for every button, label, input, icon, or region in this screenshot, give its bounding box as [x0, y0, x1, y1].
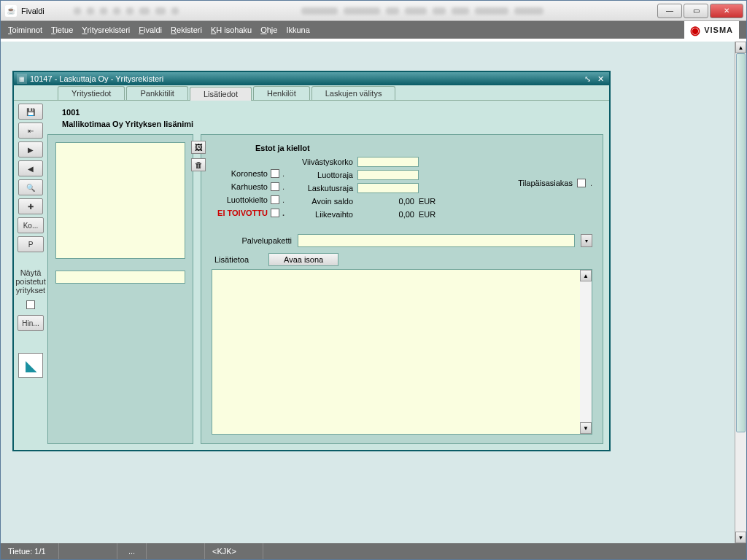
textarea-scrollbar[interactable]: ▲ ▼ — [580, 270, 592, 434]
palvelupaketti-row: Palvelupaketti ▾ — [212, 234, 592, 247]
palvelupaketti-input[interactable] — [298, 234, 575, 247]
inner-restore-icon[interactable]: ⤡ — [581, 74, 593, 84]
item-list[interactable] — [55, 142, 185, 259]
list-name-input[interactable] — [55, 271, 185, 284]
tab-yritystiedot[interactable]: Yritystiedot — [58, 86, 125, 100]
section-estot-kiellot: Estot ja kiellot — [212, 144, 592, 152]
content-area: 1001 Mallikotimaa Oy Yrityksen lisänimi … — [47, 101, 609, 450]
workspace-vscroll[interactable]: ▲ ▼ — [735, 42, 746, 543]
left-toolbar: 💾 ⇤ ▶ ◀ 🔍 ✚ Ko... P Näytä poistetut yrit… — [14, 101, 47, 450]
tab-pankkitilit[interactable]: Pankkitilit — [126, 86, 187, 100]
palvelupaketti-dropdown-icon[interactable]: ▾ — [581, 234, 592, 247]
menu-fivaldi[interactable]: Fivaldi — [139, 26, 162, 34]
record-header: 1001 Mallikotimaa Oy Yrityksen lisänimi — [47, 108, 603, 128]
ei-toivottu-label: EI TOIVOTTU — [217, 209, 268, 217]
scroll-down-icon[interactable]: ▼ — [580, 422, 592, 434]
tab-laskujen-valitys[interactable]: Laskujen välitys — [311, 86, 396, 100]
menu-ikkuna[interactable]: Ikkuna — [286, 26, 309, 34]
ko-button[interactable]: Ko... — [18, 217, 44, 233]
lisatietoa-textarea[interactable]: ▲ ▼ — [212, 269, 592, 435]
next-record-icon[interactable]: ▶ — [18, 141, 43, 158]
show-deleted-checkbox[interactable] — [26, 300, 35, 309]
status-dots: ... — [117, 543, 147, 559]
statusbar: Tietue: 1/1 ... <KJK> — [1, 543, 746, 559]
prev-record-icon[interactable]: ◀ — [18, 160, 43, 176]
outer-titlebar: ☕ Fivaldi — ▭ ✕ — [1, 1, 746, 21]
ws-scroll-track[interactable] — [735, 53, 746, 532]
yritysrekisteri-window: ▦ 10147 - Laskuttaja Oy - Yritysrekister… — [12, 71, 611, 451]
ei-toivottu-checkbox[interactable] — [271, 209, 279, 217]
liikevaihto-value: 0,00 — [357, 210, 419, 219]
tab-lisatiedot[interactable]: Lisätiedot — [190, 87, 252, 101]
luottoraja-label: Luottoraja — [285, 171, 357, 179]
karhuesto-checkbox[interactable] — [271, 182, 279, 191]
avoin-saldo-value: 0,00 — [357, 197, 419, 206]
status-kjk: <KJK> — [205, 543, 263, 559]
search-icon[interactable]: 🔍 — [18, 179, 43, 195]
laskutusraja-input[interactable] — [357, 183, 419, 193]
ws-scroll-down-icon[interactable]: ▼ — [735, 532, 746, 543]
window-controls: — ▭ ✕ — [657, 4, 746, 18]
visma-logo: ◉ VISMA — [684, 21, 739, 39]
two-column-layout: 🖼 🗑 Estot ja kiellot — [47, 134, 603, 444]
menu-rekisteri[interactable]: Rekisteri — [171, 26, 202, 34]
right-form-panel: Estot ja kiellot Koronesto. Karhuesto. L… — [201, 134, 603, 444]
tabs-row: Yritystiedot Pankkitilit Lisätiedot Henk… — [14, 85, 609, 100]
viivastyskorko-label: Viivästyskorko — [285, 158, 357, 166]
status-tietue: Tietue: 1/1 — [1, 543, 59, 559]
image-picker-icon[interactable]: 🖼 — [191, 141, 206, 154]
menu-khisohaku[interactable]: KH isohaku — [211, 26, 252, 34]
inner-titlebar: ▦ 10147 - Laskuttaja Oy - Yritysrekister… — [14, 72, 609, 85]
menu-toiminnot[interactable]: Toiminnot — [8, 26, 42, 34]
laskutusraja-label: Laskutusraja — [285, 184, 357, 192]
viivastyskorko-input[interactable] — [357, 157, 419, 167]
delete-icon[interactable]: 🗑 — [191, 158, 206, 171]
p-button[interactable]: P — [18, 236, 44, 252]
inner-close-icon[interactable]: ✕ — [595, 74, 606, 84]
luottokielto-label: Luottokielto — [227, 195, 268, 204]
mdi-scrollarea: ▦ 10147 - Laskuttaja Oy - Yritysrekister… — [1, 42, 735, 543]
status-empty1 — [59, 543, 117, 559]
tab-henkilot[interactable]: Henkilöt — [253, 86, 310, 100]
close-button[interactable]: ✕ — [710, 4, 743, 18]
new-record-icon[interactable]: ✚ — [18, 198, 43, 214]
inner-body: 💾 ⇤ ▶ ◀ 🔍 ✚ Ko... P Näytä poistetut yrit… — [14, 100, 609, 450]
lisatietoa-label: Lisätietoa — [212, 255, 263, 264]
mdi-workspace: ▦ 10147 - Laskuttaja Oy - Yritysrekister… — [1, 42, 746, 543]
right-check-column: Tilapäisasiakas . — [445, 155, 592, 221]
hin-button[interactable]: Hin... — [18, 315, 44, 331]
tilapaisasiakas-label: Tilapäisasiakas — [518, 179, 573, 187]
application-window: ☕ Fivaldi — ▭ ✕ Toiminnot Tietue Yritysr… — [0, 0, 747, 560]
left-list-panel: 🖼 🗑 — [47, 134, 193, 444]
visma-swoosh-icon: ◉ — [690, 23, 701, 37]
app-arrow-icon[interactable]: ◣ — [18, 353, 43, 378]
show-deleted-label: Näytä poistetut yritykset — [15, 268, 46, 295]
ws-scroll-thumb[interactable] — [736, 53, 746, 432]
textarea-scroll-track[interactable] — [580, 281, 592, 422]
maximize-button[interactable]: ▭ — [684, 4, 708, 18]
menubar: Toiminnot Tietue Yritysrekisteri Fivaldi… — [1, 21, 746, 39]
values-column: Viivästyskorko Luottoraja Laskutusraja A… — [285, 155, 445, 221]
koronesto-label: Koronesto — [231, 169, 268, 178]
background-tabs-blur — [74, 7, 657, 15]
checkbox-column: Koronesto. Karhuesto. Luottokielto. EI T… — [212, 155, 285, 221]
menu-yritysrekisteri[interactable]: Yritysrekisteri — [82, 26, 130, 34]
minimize-button[interactable]: — — [657, 4, 682, 18]
tilapaisasiakas-checkbox[interactable] — [577, 179, 586, 187]
koronesto-checkbox[interactable] — [271, 169, 279, 178]
liikevaihto-label: Liikevaihto — [285, 210, 357, 219]
luottokielto-checkbox[interactable] — [271, 195, 279, 204]
avaa-isona-button[interactable]: Avaa isona — [268, 253, 338, 266]
menu-tietue[interactable]: Tietue — [51, 26, 73, 34]
form-top-grid: Koronesto. Karhuesto. Luottokielto. EI T… — [212, 155, 592, 221]
inner-window-icon: ▦ — [17, 74, 27, 84]
status-empty2 — [147, 543, 205, 559]
inner-title-text: 10147 - Laskuttaja Oy - Yritysrekisteri — [30, 74, 163, 83]
karhuesto-label: Karhuesto — [231, 182, 268, 191]
ws-scroll-up-icon[interactable]: ▲ — [735, 42, 746, 53]
exit-icon[interactable]: ⇤ — [18, 122, 43, 139]
save-icon[interactable]: 💾 — [18, 104, 43, 120]
menu-ohje[interactable]: Ohje — [260, 26, 277, 34]
luottoraja-input[interactable] — [357, 170, 419, 180]
scroll-up-icon[interactable]: ▲ — [580, 270, 592, 281]
